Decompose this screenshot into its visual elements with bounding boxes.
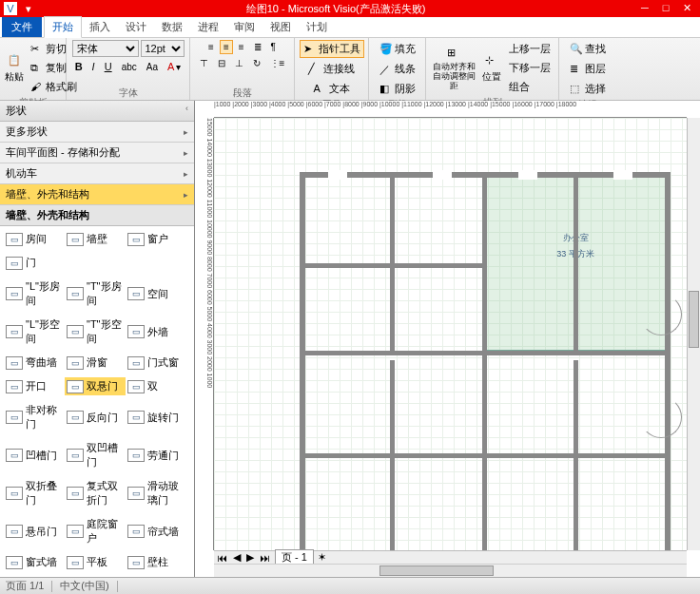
bold-button[interactable]: B: [71, 59, 87, 74]
find-button[interactable]: 🔍查找: [566, 40, 610, 58]
strike-button[interactable]: abc: [118, 60, 141, 74]
shape-item[interactable]: ▭"L"形房间: [4, 278, 65, 310]
shape-item[interactable]: ▭"L"形空间: [4, 316, 65, 348]
layer-button[interactable]: ≣图层: [566, 60, 610, 78]
close-button[interactable]: ✕: [677, 2, 696, 15]
drawing-canvas[interactable]: 办公室 33 平方米: [214, 118, 687, 550]
shape-item[interactable]: ▭旋转门: [126, 401, 186, 433]
vscroll-thumb[interactable]: [689, 291, 699, 348]
indent-button[interactable]: ¶: [267, 40, 280, 54]
shape-item[interactable]: ▭双凹槽门: [65, 439, 126, 471]
page-add-icon[interactable]: ✶: [314, 551, 330, 564]
vertical-scrollbar[interactable]: [687, 118, 700, 550]
shape-item[interactable]: ▭房间: [4, 230, 65, 248]
tab-insert[interactable]: 插入: [82, 17, 118, 37]
line-button[interactable]: ／线条: [376, 60, 419, 78]
dropdown-icon[interactable]: ▾: [21, 2, 36, 15]
shape-item[interactable]: ▭悬吊门: [4, 515, 65, 547]
door-arc-1: [640, 294, 682, 335]
shape-item[interactable]: ▭弯曲墙: [4, 354, 65, 372]
shape-icon: ▭: [67, 556, 84, 569]
fill-button[interactable]: 🪣填充: [376, 40, 419, 58]
shape-item-label: 旋转门: [147, 411, 179, 425]
shape-item[interactable]: ▭非对称门: [4, 401, 65, 433]
minimize-button[interactable]: ─: [635, 2, 654, 15]
shape-item[interactable]: ▭凹槽门: [4, 439, 65, 471]
tab-process[interactable]: 进程: [190, 17, 226, 37]
shape-item[interactable]: ▭壁柱: [126, 553, 186, 571]
tab-data[interactable]: 数据: [154, 17, 190, 37]
tab-file[interactable]: 文件: [2, 17, 42, 37]
shape-icon: ▭: [127, 380, 145, 393]
group-button[interactable]: 组合: [505, 78, 554, 96]
shape-item[interactable]: ▭"T"形房间: [65, 278, 126, 310]
font-color-button[interactable]: A▾: [164, 59, 185, 74]
page-nav-next[interactable]: ▶: [243, 551, 257, 564]
tab-home[interactable]: 开始: [44, 16, 82, 38]
underline-button[interactable]: U: [101, 59, 116, 74]
shape-item[interactable]: ▭窗户: [126, 230, 186, 248]
horizontal-scrollbar[interactable]: [214, 564, 687, 577]
text-tool-button[interactable]: A文本: [310, 80, 354, 98]
shadow-button[interactable]: ◧阴影: [376, 80, 419, 98]
shape-item[interactable]: ▭双折叠门: [4, 477, 65, 509]
align-center-button[interactable]: ≡: [220, 40, 233, 54]
collapse-icon[interactable]: ‹: [185, 104, 188, 118]
shape-item[interactable]: ▭庭院窗户: [65, 515, 126, 547]
send-back-button[interactable]: 下移一层: [505, 59, 554, 77]
shape-item[interactable]: ▭空间: [126, 278, 186, 310]
shape-item[interactable]: ▭外墙: [126, 316, 186, 348]
maximize-button[interactable]: □: [656, 2, 675, 15]
valign-top-button[interactable]: ⊤: [196, 56, 212, 70]
shape-item[interactable]: ▭平板: [65, 553, 126, 571]
shape-icon: ▭: [67, 525, 84, 538]
connector-tool-button[interactable]: ╱连接线: [304, 60, 359, 78]
align-right-button[interactable]: ≡: [235, 40, 248, 54]
shape-item[interactable]: ▭复式双折门: [65, 477, 126, 509]
shape-item[interactable]: ▭"T"形空间: [65, 316, 126, 348]
select-button[interactable]: ⬚选择: [566, 80, 610, 98]
justify-button[interactable]: ≣: [250, 40, 265, 54]
floorplan[interactable]: 办公室 33 平方米: [300, 161, 671, 550]
shape-item[interactable]: ▭滑动玻璃门: [126, 477, 186, 509]
tab-view[interactable]: 视图: [262, 17, 299, 37]
tab-design[interactable]: 设计: [118, 17, 154, 37]
shape-item[interactable]: ▭滑窗: [65, 354, 126, 372]
valign-mid-button[interactable]: ⊟: [214, 56, 229, 70]
shape-item[interactable]: ▭帘式墙: [126, 515, 186, 547]
align-left-button[interactable]: ≡: [204, 40, 218, 54]
auto-align-button[interactable]: ⊞: [443, 45, 464, 62]
shape-item[interactable]: ▭开口: [4, 377, 65, 395]
stencil-row-2[interactable]: 机动车▸: [0, 163, 194, 184]
pointer-tool-button[interactable]: ➤指针工具: [300, 40, 364, 58]
fontsize-grow-button[interactable]: Aa: [143, 60, 162, 74]
stencil-row-1[interactable]: 车间平面图 - 存储和分配▸: [0, 143, 194, 163]
italic-button[interactable]: I: [88, 59, 99, 74]
page-nav-first[interactable]: ⏮: [214, 552, 230, 564]
shape-icon: ▭: [127, 525, 145, 538]
valign-bot-button[interactable]: ⊥: [231, 56, 247, 70]
font-name-select[interactable]: 宋体: [72, 40, 139, 57]
shape-item[interactable]: ▭门: [4, 254, 65, 272]
shape-item[interactable]: ▭双: [126, 377, 186, 395]
stencil-row-3[interactable]: 墙壁、外壳和结构▸: [0, 184, 194, 205]
shape-item[interactable]: ▭劳通门: [126, 439, 186, 471]
tab-plan[interactable]: 计划: [299, 17, 335, 37]
page-nav-prev[interactable]: ◀: [230, 551, 243, 564]
position-button[interactable]: ⊹: [481, 52, 502, 69]
shape-item[interactable]: ▭双悬门: [65, 377, 126, 395]
shape-item[interactable]: ▭墙壁: [65, 230, 126, 248]
bullets-button[interactable]: ⋮≡: [266, 56, 289, 70]
more-shapes-row[interactable]: 更多形状▸: [0, 122, 194, 143]
shape-item[interactable]: ▭门式窗: [126, 354, 186, 372]
page-nav-last[interactable]: ⏭: [257, 552, 273, 564]
bring-front-button[interactable]: 上移一层: [505, 40, 554, 58]
shape-item[interactable]: ▭反向门: [65, 401, 126, 433]
tab-review[interactable]: 审阅: [226, 17, 262, 37]
rotate-button[interactable]: ↻: [249, 56, 264, 70]
paste-button[interactable]: 📋: [4, 52, 25, 69]
hscroll-thumb[interactable]: [379, 565, 494, 576]
shape-item[interactable]: ▭窗式墙: [4, 553, 65, 571]
font-size-select[interactable]: 12pt: [141, 40, 185, 57]
shape-icon: ▭: [67, 325, 84, 338]
